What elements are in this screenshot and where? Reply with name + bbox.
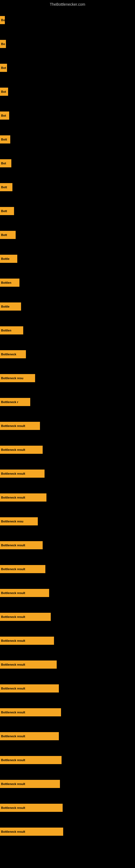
bar-label: Bottleneck result (1, 615, 25, 618)
bar-item: Bot (0, 88, 8, 96)
bar-item: Bottleneck result (0, 660, 57, 669)
bar-row: Bottleneck (0, 342, 135, 366)
bar-row: Bo (0, 8, 135, 32)
bar-item: Bo (0, 16, 5, 24)
bar-item: Bottleneck result (0, 828, 63, 836)
bar-label: Bottleneck r (1, 400, 18, 404)
bar-item: Bottleneck result (0, 684, 59, 692)
bar-item: Bot (0, 112, 9, 120)
bar-item: Bot (0, 159, 11, 167)
bar-row: Bottleneck result (0, 581, 135, 605)
bar-item: Bottlen (0, 326, 23, 335)
bar-row: Bottleneck r (0, 390, 135, 414)
bar-label: Bottleneck result (1, 496, 25, 499)
bar-label: Bot (1, 162, 6, 165)
bar-label: Bottleneck result (1, 687, 25, 690)
bar-label: Bottleneck result (1, 639, 25, 642)
bar-label: Bott (1, 186, 7, 189)
bar-item: Bottleneck result (0, 613, 51, 621)
bar-item: Bottleneck result (0, 541, 43, 549)
bar-label: Bottleneck result (1, 806, 25, 809)
bar-label: Bo (1, 19, 5, 22)
bar-label: Bottle (1, 257, 9, 260)
bar-row: Bot (0, 151, 135, 175)
bar-label: Bottleneck (1, 352, 16, 356)
bar-label: Bottleneck resu (1, 376, 24, 380)
bar-label: Bottleneck result (1, 782, 25, 785)
bar-item: Bottleneck result (0, 780, 60, 788)
bar-label: Bottle (1, 305, 9, 308)
bar-row: Bottleneck result (0, 677, 135, 701)
bar-label: Bottlen (1, 329, 11, 332)
bar-item: Bot (0, 64, 7, 72)
bar-row: Bottleneck result (0, 820, 135, 844)
bar-item: Bottleneck result (0, 589, 49, 597)
bar-row: Bottle (0, 247, 135, 271)
bar-row: Bottlen (0, 318, 135, 342)
bar-label: Bottleneck result (1, 663, 25, 666)
bar-row: Bottleneck result (0, 486, 135, 509)
bar-item: Bottlen (0, 279, 19, 287)
bar-item: Bottleneck result (0, 565, 45, 573)
bar-row: Bott (0, 199, 135, 223)
bar-label: Bottleneck result (1, 735, 25, 738)
bar-item: Bottleneck result (0, 732, 59, 740)
bars-container: BoBoBotBotBotBottBotBottBottBottBottleBo… (0, 8, 135, 844)
bar-item: Bottleneck result (0, 637, 54, 645)
bar-label: Bottleneck result (1, 830, 25, 833)
bar-item: Bottleneck result (0, 422, 40, 430)
bar-row: Bottleneck result (0, 462, 135, 486)
bar-row: Bottleneck resu (0, 366, 135, 390)
bar-label: Bottleneck result (1, 424, 25, 428)
bar-row: Bot (0, 80, 135, 104)
bar-row: Bottleneck result (0, 796, 135, 820)
bar-row: Bottleneck result (0, 557, 135, 581)
bar-row: Bottle (0, 294, 135, 318)
bar-row: Bott (0, 223, 135, 247)
bar-label: Bottleneck result (1, 544, 25, 547)
bar-label: Bo (1, 42, 5, 45)
bar-label: Bottleneck result (1, 591, 25, 595)
bar-item: Bott (0, 231, 16, 239)
bar-item: Bott (0, 135, 10, 144)
bar-label: Bottlen (1, 281, 11, 284)
bar-row: Bottleneck result (0, 414, 135, 438)
bar-label: Bottleneck resu (1, 520, 24, 523)
bar-item: Bott (0, 183, 12, 191)
bar-item: Bottleneck result (0, 493, 46, 501)
bar-row: Bottleneck result (0, 605, 135, 629)
bar-item: Bottleneck resu (0, 374, 35, 382)
bar-item: Bo (0, 40, 6, 48)
bar-item: Bottle (0, 255, 17, 263)
bar-item: Bottleneck result (0, 708, 61, 716)
bar-item: Bottleneck result (0, 446, 43, 454)
bar-label: Bott (1, 209, 7, 213)
bar-row: Bottleneck result (0, 724, 135, 748)
bar-label: Bottleneck result (1, 448, 25, 452)
bar-label: Bottleneck result (1, 758, 25, 762)
bar-row: Bottleneck resu (0, 509, 135, 533)
bar-item: Bott (0, 207, 14, 215)
bar-row: Bottleneck result (0, 533, 135, 557)
bar-row: Bott (0, 175, 135, 199)
bar-label: Bot (1, 66, 6, 69)
bar-label: Bot (1, 114, 6, 117)
bar-row: Bottlen (0, 271, 135, 294)
bar-label: Bottleneck result (1, 567, 25, 571)
site-title: TheBottlenecker.com (0, 0, 135, 9)
bar-row: Bot (0, 56, 135, 80)
bar-row: Bot (0, 104, 135, 127)
bar-item: Bottleneck result (0, 469, 45, 478)
bar-label: Bottleneck result (1, 711, 25, 714)
bar-item: Bottleneck resu (0, 517, 38, 525)
bar-label: Bot (1, 90, 6, 93)
bar-row: Bottleneck result (0, 438, 135, 462)
bar-row: Bo (0, 32, 135, 56)
bar-row: Bottleneck result (0, 701, 135, 724)
bar-row: Bott (0, 127, 135, 151)
bar-label: Bott (1, 233, 7, 237)
bar-row: Bottleneck result (0, 772, 135, 796)
bar-label: Bottleneck result (1, 472, 25, 475)
bar-item: Bottleneck r (0, 398, 30, 406)
bar-row: Bottleneck result (0, 748, 135, 772)
